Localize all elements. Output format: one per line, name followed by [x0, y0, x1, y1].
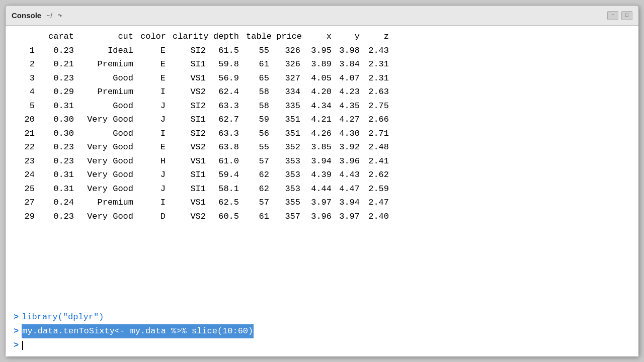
cursor [22, 341, 23, 350]
cell-table: 58 [246, 99, 276, 113]
cell-y: 3.94 [337, 196, 365, 210]
cell-z: 2.62 [365, 168, 389, 182]
cell-clarity: SI2 [173, 127, 213, 141]
cell-carat: 0.23 [40, 210, 81, 224]
col-header-carat: carat [40, 30, 81, 44]
cell-table: 61 [246, 57, 276, 71]
cell-rownum: 22 [14, 140, 40, 154]
titlebar: Console ~/ ↷ − □ [6, 6, 638, 26]
console-line-2: > my.data.tenToSixty<- my.data %>% slice… [14, 324, 630, 338]
cell-cut: Premium [81, 196, 140, 210]
cell-cut: Very Good [81, 168, 140, 182]
col-header-clarity: clarity [173, 30, 213, 44]
cell-y: 4.35 [337, 99, 365, 113]
cell-table: 65 [246, 71, 276, 85]
table-row: 5 0.31 Good J SI2 63.3 58 335 4.34 4.35 … [14, 99, 630, 113]
table-row: 2 0.21 Premium E SI1 59.8 61 326 3.89 3.… [14, 57, 630, 71]
cell-color: J [140, 182, 173, 196]
table-row: 3 0.23 Good E VS1 56.9 65 327 4.05 4.07 … [14, 71, 630, 85]
cell-clarity: VS1 [173, 71, 213, 85]
cell-clarity: VS1 [173, 196, 213, 210]
cell-depth: 62.5 [213, 196, 246, 210]
cell-y: 4.07 [337, 71, 365, 85]
cell-z: 2.41 [365, 154, 389, 168]
cell-x: 4.39 [308, 168, 337, 182]
cell-table: 62 [246, 168, 276, 182]
cell-carat: 0.31 [40, 168, 81, 182]
cell-clarity: SI2 [173, 99, 213, 113]
col-header-cut: cut [81, 30, 140, 44]
cell-table: 56 [246, 127, 276, 141]
cell-cut: Good [81, 127, 140, 141]
cell-carat: 0.23 [40, 44, 81, 58]
cell-x: 4.44 [308, 182, 337, 196]
cell-cut: Very Good [81, 140, 140, 154]
cell-x: 3.97 [308, 196, 337, 210]
window-controls: − □ [607, 11, 632, 20]
cell-y: 4.43 [337, 168, 365, 182]
table-row: 22 0.23 Very Good E VS2 63.8 55 352 3.85… [14, 140, 630, 154]
cell-x: 4.34 [308, 99, 337, 113]
maximize-button[interactable]: □ [621, 11, 632, 20]
cell-x: 4.05 [308, 71, 337, 85]
cell-z: 2.31 [365, 71, 389, 85]
prompt-2: > [14, 324, 19, 338]
cell-table: 59 [246, 113, 276, 127]
cell-table: 61 [246, 210, 276, 224]
cell-carat: 0.30 [40, 127, 81, 141]
cell-rownum: 1 [14, 44, 40, 58]
table-row: 21 0.30 Good I SI2 63.3 56 351 4.26 4.30… [14, 127, 630, 141]
cell-rownum: 21 [14, 127, 40, 141]
cell-table: 58 [246, 85, 276, 99]
console-line-3[interactable]: > [14, 338, 630, 352]
cell-y: 4.30 [337, 127, 365, 141]
cell-rownum: 29 [14, 210, 40, 224]
refresh-icon[interactable]: ↷ [57, 11, 62, 21]
cmd-1: library("dplyr") [22, 310, 104, 324]
cell-color: E [140, 71, 173, 85]
cell-price: 355 [276, 196, 308, 210]
cell-rownum: 3 [14, 71, 40, 85]
cell-price: 353 [276, 182, 308, 196]
cell-table: 57 [246, 196, 276, 210]
console-window: Console ~/ ↷ − □ carat cut color clarity… [5, 5, 639, 357]
cell-price: 353 [276, 154, 308, 168]
cell-color: E [140, 140, 173, 154]
cell-x: 3.94 [308, 154, 337, 168]
col-header-depth: depth [213, 30, 246, 44]
cell-carat: 0.23 [40, 154, 81, 168]
cell-y: 3.92 [337, 140, 365, 154]
cell-color: J [140, 113, 173, 127]
cell-z: 2.59 [365, 182, 389, 196]
cell-color: I [140, 85, 173, 99]
cell-cut: Very Good [81, 113, 140, 127]
cell-table: 57 [246, 154, 276, 168]
cell-depth: 62.7 [213, 113, 246, 127]
cell-z: 2.43 [365, 44, 389, 58]
cell-rownum: 2 [14, 57, 40, 71]
col-header-table: table [246, 30, 276, 44]
table-row: 20 0.30 Very Good J SI1 62.7 59 351 4.21… [14, 113, 630, 127]
minimize-button[interactable]: − [607, 11, 618, 20]
cell-cut: Premium [81, 57, 140, 71]
cell-color: E [140, 57, 173, 71]
cell-price: 326 [276, 44, 308, 58]
cell-x: 3.89 [308, 57, 337, 71]
table-row: 1 0.23 Ideal E SI2 61.5 55 326 3.95 3.98… [14, 44, 630, 58]
cell-y: 4.27 [337, 113, 365, 127]
console-line-1: > library("dplyr") [14, 310, 630, 324]
cell-clarity: SI1 [173, 57, 213, 71]
cell-x: 3.96 [308, 210, 337, 224]
cell-y: 3.84 [337, 57, 365, 71]
cell-carat: 0.21 [40, 57, 81, 71]
cell-price: 351 [276, 127, 308, 141]
cell-cut: Good [81, 99, 140, 113]
cell-depth: 60.5 [213, 210, 246, 224]
cell-cut: Very Good [81, 210, 140, 224]
cell-depth: 62.4 [213, 85, 246, 99]
cell-z: 2.71 [365, 127, 389, 141]
cell-color: J [140, 99, 173, 113]
col-header-color: color [140, 30, 173, 44]
prompt-1: > [14, 310, 19, 324]
cell-price: 327 [276, 71, 308, 85]
